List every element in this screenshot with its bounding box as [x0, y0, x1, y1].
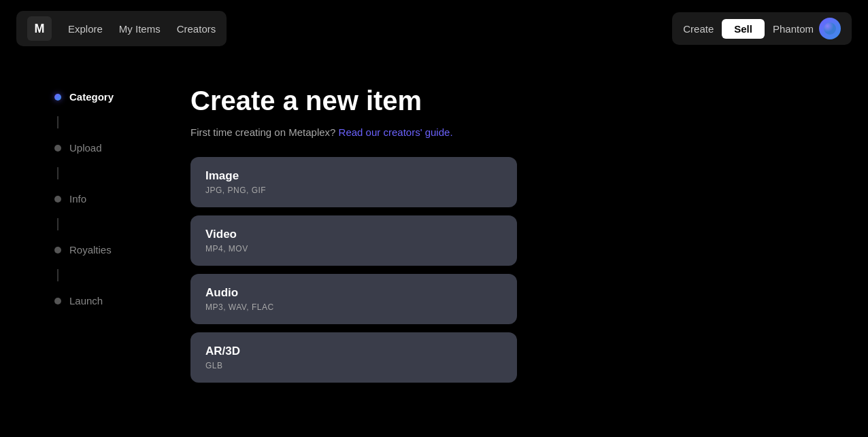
- sidebar-dot-launch: [54, 298, 61, 304]
- content-area: Create a new item First time creating on…: [190, 84, 517, 391]
- navbar: M Explore My Items Creators Create Sell …: [0, 0, 868, 57]
- category-title-ar3d: AR/3D: [205, 345, 502, 358]
- sidebar-item-launch[interactable]: Launch: [54, 295, 150, 307]
- sidebar-label-launch: Launch: [69, 295, 103, 307]
- sidebar: Category Upload Info Royalties Launch: [54, 84, 150, 391]
- sell-button[interactable]: Sell: [722, 19, 765, 39]
- sidebar-label-royalties: Royalties: [69, 244, 112, 256]
- sidebar-connector-4: [57, 269, 59, 281]
- category-title-video: Video: [205, 228, 502, 241]
- sidebar-item-royalties[interactable]: Royalties: [54, 244, 150, 256]
- page-subtitle: First time creating on Metaplex? Read ou…: [190, 126, 517, 138]
- nav-right: Create Sell Phantom: [672, 12, 852, 45]
- sidebar-label-upload: Upload: [69, 142, 102, 154]
- sidebar-connector-1: [57, 116, 59, 128]
- creators-guide-link[interactable]: Read our creators' guide.: [339, 126, 453, 138]
- category-formats-image: JPG, PNG, GIF: [205, 186, 502, 195]
- username-label: Phantom: [773, 23, 814, 35]
- category-formats-ar3d: GLB: [205, 361, 502, 370]
- sidebar-item-info[interactable]: Info: [54, 193, 150, 205]
- sidebar-connector-2: [57, 167, 59, 179]
- category-card-ar3d[interactable]: AR/3D GLB: [190, 332, 517, 383]
- category-formats-video: MP4, MOV: [205, 244, 502, 254]
- sidebar-dot-upload: [54, 145, 61, 152]
- nav-logo[interactable]: M: [27, 16, 52, 41]
- sidebar-item-upload[interactable]: Upload: [54, 142, 150, 154]
- category-card-image[interactable]: Image JPG, PNG, GIF: [190, 157, 517, 207]
- page-title: Create a new item: [190, 84, 517, 117]
- nav-links: Explore My Items Creators: [68, 23, 216, 35]
- category-formats-audio: MP3, WAV, FLAC: [205, 302, 502, 312]
- user-menu[interactable]: Phantom: [773, 18, 841, 39]
- category-title-audio: Audio: [205, 286, 502, 300]
- svg-point-0: [824, 22, 836, 35]
- nav-link-my-items[interactable]: My Items: [119, 23, 161, 35]
- create-button[interactable]: Create: [683, 23, 714, 35]
- subtitle-text: First time creating on Metaplex?: [190, 126, 335, 138]
- nav-link-creators[interactable]: Creators: [177, 23, 216, 35]
- main-layout: Category Upload Info Royalties Launch Cr…: [0, 57, 868, 418]
- sidebar-label-info: Info: [69, 193, 86, 205]
- sidebar-dot-category: [54, 94, 61, 101]
- avatar: [819, 18, 841, 39]
- nav-link-explore[interactable]: Explore: [68, 23, 103, 35]
- nav-left: M Explore My Items Creators: [16, 11, 227, 46]
- category-card-video[interactable]: Video MP4, MOV: [190, 215, 517, 266]
- sidebar-connector-3: [57, 218, 59, 230]
- category-title-image: Image: [205, 169, 502, 183]
- sidebar-label-category: Category: [69, 91, 114, 103]
- sidebar-dot-royalties: [54, 247, 61, 254]
- sidebar-dot-info: [54, 196, 61, 203]
- category-card-audio[interactable]: Audio MP3, WAV, FLAC: [190, 274, 517, 324]
- sidebar-item-category[interactable]: Category: [54, 91, 150, 103]
